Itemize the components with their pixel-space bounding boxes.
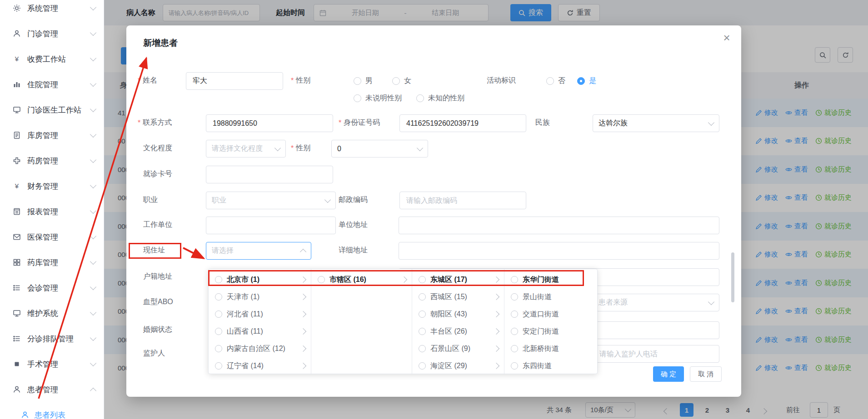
radio-icon (215, 311, 222, 318)
chevron-right-icon (493, 363, 499, 369)
card-no-field (206, 166, 333, 183)
chevron-right-icon (300, 276, 306, 283)
chevron-right-icon (493, 311, 499, 317)
active-radio-yes[interactable]: 是 (577, 75, 596, 86)
sidebar-item-drug-storage[interactable]: 药库管理 (0, 250, 104, 275)
medical-cross-icon (13, 157, 21, 165)
cascader-option-street[interactable]: 东华门街道 (504, 271, 597, 288)
user-icon (13, 30, 21, 38)
gender-code-select[interactable]: 0 (331, 140, 428, 158)
occupation-label: 职业 (143, 191, 158, 209)
detail-address-input[interactable] (404, 246, 713, 256)
cascader-option-street[interactable]: 交道口街道 (504, 306, 597, 323)
sidebar-item-triage-queue[interactable]: 分诊排队管理 (0, 326, 104, 351)
cascader-option-district[interactable]: 石景山区 (9) (412, 340, 504, 357)
radio-icon (511, 276, 518, 283)
cancel-button[interactable]: 取 消 (690, 366, 722, 382)
name-field (186, 72, 283, 90)
sidebar-item-surgery[interactable]: 手术管理 (0, 351, 104, 377)
sidebar-item-charging-station[interactable]: ¥ 收费工作站 (0, 46, 104, 72)
radio-icon (419, 311, 426, 318)
id-number-input[interactable] (405, 119, 520, 128)
contact-input[interactable] (212, 119, 327, 128)
list-icon (13, 284, 21, 292)
cascader-option-province[interactable]: 河北省 (11) (209, 306, 311, 323)
cascader-option-street[interactable]: 景山街道 (504, 288, 597, 306)
cascader-option-street[interactable]: 安定门街道 (504, 323, 597, 340)
cascader-option-district[interactable]: 西城区 (15) (412, 288, 504, 306)
radio-icon (215, 362, 222, 370)
cascader-option-district[interactable]: 丰台区 (26) (412, 323, 504, 340)
cascader-province-column: 北京市 (1) 天津市 (1) 河北省 (11) 山西省 (11) 内蒙 (209, 269, 311, 374)
postal-field (399, 192, 526, 209)
id-number-field (399, 114, 526, 132)
occupation-select[interactable]: 职业 (206, 192, 336, 209)
cascader-option-province[interactable]: 辽宁省 (14) (209, 357, 311, 374)
close-icon[interactable]: × (720, 31, 733, 44)
unit-address-input[interactable] (404, 221, 713, 230)
dialog-title: 新增患者 (143, 37, 178, 49)
chevron-right-icon (300, 311, 306, 317)
cascader-option-province[interactable]: 山西省 (11) (209, 323, 311, 340)
cascader-option-province[interactable]: 内蒙古自治区 (12) (209, 340, 311, 357)
svg-text:¥: ¥ (15, 182, 19, 190)
patient-source-select[interactable]: 患者来源 (593, 294, 719, 311)
sidebar-item-outpatient[interactable]: 门诊管理 (0, 21, 104, 46)
sidebar-item-finance[interactable]: ¥ 财务管理 (0, 173, 104, 199)
sidebar-item-warehouse[interactable]: 库房管理 (0, 123, 104, 148)
radio-icon (511, 362, 518, 370)
modal-scrollbar[interactable] (731, 252, 734, 302)
sidebar: 系统管理 门诊管理 ¥ 收费工作站 住院管理 门诊医生工作站 库房管理 (0, 0, 104, 419)
gender-radio-male[interactable]: 男 (354, 75, 373, 86)
sidebar-item-doctor-station[interactable]: 门诊医生工作站 (0, 97, 104, 123)
patient-icon (13, 385, 21, 394)
report-icon (13, 207, 21, 216)
sidebar-item-reports[interactable]: 报表管理 (0, 199, 104, 224)
confirm-button[interactable]: 确 定 (653, 366, 684, 382)
guardian-phone-input[interactable] (599, 350, 713, 359)
chevron-right-icon (300, 328, 306, 335)
monitor-icon (13, 106, 21, 114)
cascader-district-column: 东城区 (17) 西城区 (15) 朝阳区 (43) 丰台区 (26) (412, 269, 504, 374)
work-unit-input[interactable] (212, 221, 330, 230)
cascader-option-district[interactable]: 东城区 (17) (412, 271, 504, 288)
sidebar-item-consultation[interactable]: 会诊管理 (0, 275, 104, 301)
cascader-option-city[interactable]: 市辖区 (16) (311, 271, 412, 288)
svg-text:¥: ¥ (15, 55, 19, 63)
name-input[interactable] (192, 77, 277, 86)
radio-icon (419, 276, 426, 283)
patient-list-icon (21, 411, 29, 419)
chevron-down-icon (90, 233, 96, 239)
cascader-option-province[interactable]: 北京市 (1) (209, 271, 311, 288)
sidebar-item-patient-list[interactable]: 患者列表 (0, 402, 104, 419)
app-screen: 病人名称 起始时间 开始日期 - 结束日期 搜索 重置 身份 操作 (0, 0, 868, 419)
cascader-option-street[interactable]: 北新桥街道 (504, 340, 597, 357)
cascader-option-district[interactable]: 海淀区 (29) (412, 357, 504, 374)
sidebar-item-pharmacy[interactable]: 药房管理 (0, 148, 104, 173)
chevron-up-icon (300, 249, 306, 255)
current-address-label: 现住址 (143, 242, 165, 259)
ethnicity-label: 民族 (535, 114, 550, 132)
radio-icon (419, 362, 426, 370)
sidebar-item-insurance[interactable]: 医保管理 (0, 224, 104, 250)
gender-radio-female[interactable]: 女 (392, 75, 411, 86)
cascader-option-province[interactable]: 天津市 (1) (209, 288, 311, 306)
chevron-down-icon (324, 196, 331, 202)
current-address-cascader-select[interactable]: 请选择 (206, 242, 311, 260)
gender-radio-unknown[interactable]: 未知的性别 (416, 93, 464, 104)
sidebar-item-maintenance[interactable]: 维护系统 (0, 301, 104, 326)
work-unit-field (206, 217, 336, 234)
sidebar-item-patient-management[interactable]: 患者管理 (0, 377, 104, 402)
sidebar-item-system[interactable]: 系统管理 (0, 0, 104, 21)
active-radio-no[interactable]: 否 (546, 75, 565, 86)
chevron-down-icon (90, 309, 96, 315)
postal-input[interactable] (405, 196, 520, 205)
education-select[interactable]: 请选择文化程度 (206, 140, 286, 158)
ethnicity-select[interactable]: 达斡尔族 (593, 114, 719, 132)
postal-label: 邮政编码 (339, 191, 368, 209)
cascader-option-district[interactable]: 朝阳区 (43) (412, 306, 504, 323)
cascader-option-street[interactable]: 东四街道 (504, 357, 597, 374)
card-no-input[interactable] (212, 170, 327, 179)
sidebar-item-inpatient[interactable]: 住院管理 (0, 72, 104, 97)
gender-radio-unstated[interactable]: 未说明性别 (354, 93, 402, 104)
